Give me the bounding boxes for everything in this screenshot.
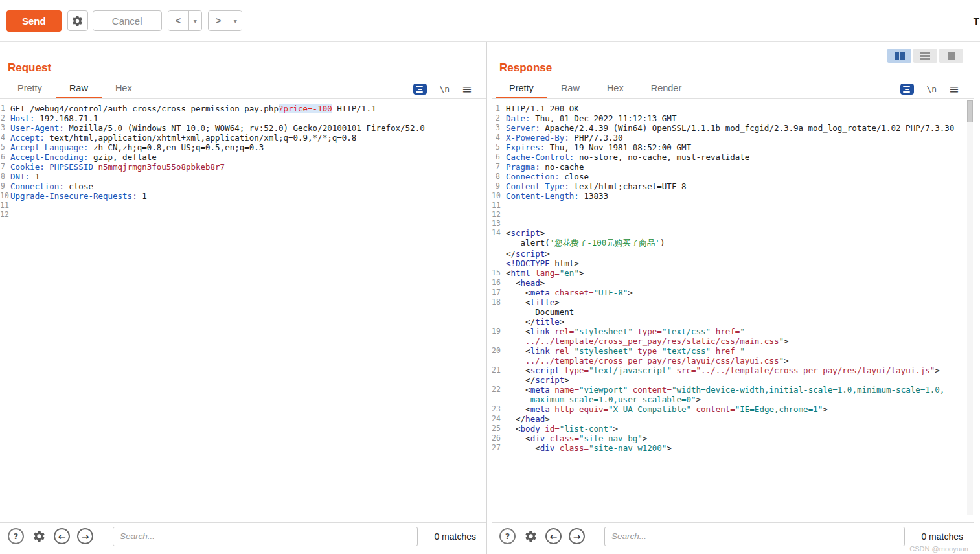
view-rows-button[interactable] [913, 49, 937, 63]
code-line: 7Pragma: no-cache [492, 162, 974, 172]
code-line: 17 <meta charset="UTF-8"> [492, 288, 974, 297]
response-editor-icons: \n ≡ [900, 80, 970, 98]
code-line: 24 </head> [492, 414, 974, 424]
code-line: 3Server: Apache/2.4.39 (Win64) OpenSSL/1… [492, 123, 974, 133]
prev-match-button[interactable]: ← [545, 528, 562, 544]
help-icon[interactable]: ? [499, 528, 516, 544]
code-line: 18 <title> [492, 297, 974, 307]
code-line: 9Content-Type: text/html;charset=UTF-8 [492, 181, 974, 191]
panel-splitter[interactable] [487, 42, 492, 554]
code-line: 12 [0, 210, 486, 219]
editor-menu-icon[interactable]: ≡ [949, 83, 959, 95]
code-line: 21 <script type="text/javascript" src=".… [492, 365, 974, 375]
arrow-right-icon: → [82, 531, 89, 542]
gear-icon [32, 529, 46, 543]
response-panel: Response Pretty Raw Hex Render \n ≡ 1HTT… [492, 42, 974, 554]
code-line: 8Connection: close [492, 172, 974, 181]
gear-icon [71, 15, 84, 27]
code-line: 25 <body id="list-cont"> [492, 424, 974, 433]
send-button[interactable]: Send [6, 10, 62, 32]
arrow-right-icon: → [573, 531, 581, 542]
tab-request-hex[interactable]: Hex [102, 80, 146, 98]
code-line: 20 <link rel="stylesheet" type="text/css… [492, 346, 974, 356]
code-line: 16 <head> [492, 278, 974, 288]
code-line: 15<html lang="en"> [492, 268, 974, 278]
forward-button[interactable]: > [209, 11, 229, 30]
request-settings-button[interactable] [67, 10, 88, 31]
view-single-button[interactable] [939, 49, 963, 63]
response-title: Response [499, 62, 552, 75]
response-scrollbar[interactable] [967, 100, 973, 515]
columns-icon [900, 52, 905, 60]
next-match-button[interactable]: → [569, 528, 585, 544]
request-editor[interactable]: 1GET /webug4/control/auth_cross/cross_pe… [0, 99, 486, 522]
repeater-panels: Request Pretty Raw Hex \n ≡ 1GET /webug4… [0, 41, 980, 554]
response-match-count: 0 matches [921, 531, 963, 542]
code-line: </title> [492, 317, 974, 327]
cancel-button[interactable]: Cancel [93, 10, 162, 31]
tab-request-pretty[interactable]: Pretty [4, 80, 56, 98]
back-button[interactable]: < [168, 11, 188, 30]
code-line: 1GET /webug4/control/auth_cross/cross_pe… [0, 104, 486, 113]
tab-response-hex[interactable]: Hex [593, 80, 637, 98]
help-icon[interactable]: ? [8, 528, 24, 544]
code-line: 27 <div class="site-nav w1200"> [492, 443, 974, 453]
response-editor[interactable]: 1HTTP/1.1 200 OK2Date: Thu, 01 Dec 2022 … [492, 99, 974, 522]
code-line: 7Cookie: PHPSESSID=n5mmqjrmgn3fou55o8pbk… [0, 162, 486, 172]
code-line: 23 <meta http-equiv="X-UA-Compatible" co… [492, 404, 974, 414]
back-history-dropdown[interactable]: ▾ [188, 11, 201, 30]
tab-response-pretty[interactable]: Pretty [496, 80, 547, 98]
code-line: 14<script> [492, 228, 974, 238]
show-newlines-icon[interactable]: \n [926, 84, 937, 94]
code-line: 13 [492, 219, 974, 228]
search-settings-button[interactable] [31, 529, 47, 544]
request-search-input[interactable] [113, 527, 418, 546]
code-line: maximum-scale=1.0,user-scalable=0"> [492, 395, 974, 404]
next-match-button[interactable]: → [77, 528, 93, 544]
code-line: 11 [492, 201, 974, 210]
code-line: 4X-Powered-By: PHP/7.3.30 [492, 133, 974, 143]
editor-menu-icon[interactable]: ≡ [462, 83, 472, 95]
code-line: 2Host: 192.168.71.1 [0, 113, 486, 123]
single-pane-icon [948, 52, 955, 60]
code-line: 26 <div class="site-nav-bg"> [492, 433, 974, 443]
code-line: 19 <link rel="stylesheet" type="text/css… [492, 327, 974, 336]
code-line: 10Upgrade-Insecure-Requests: 1 [0, 191, 486, 201]
repeater-toolbar: Send Cancel < ▾ > ▾ T [0, 0, 980, 41]
code-line: 22 <meta name="viewport" content="width=… [492, 385, 974, 395]
code-line: 11 [0, 201, 486, 210]
code-line: ../../template/cross_per_pay/res/layui/c… [492, 356, 974, 365]
response-search-bar: ? ← → 0 matches [492, 522, 974, 549]
pretty-print-icon[interactable] [413, 84, 427, 95]
view-columns-button[interactable] [887, 49, 911, 63]
scrollbar-thumb[interactable] [967, 100, 973, 122]
code-line: ../../template/cross_per_pay/res/static/… [492, 336, 974, 346]
request-tabs: Pretty Raw Hex \n ≡ [0, 80, 486, 99]
search-settings-button[interactable] [523, 529, 538, 544]
code-line: 6Accept-Encoding: gzip, deflate [0, 152, 486, 162]
tab-response-render[interactable]: Render [637, 80, 696, 98]
response-search-input[interactable] [604, 527, 905, 546]
tab-response-raw[interactable]: Raw [547, 80, 593, 98]
tab-request-raw[interactable]: Raw [56, 80, 102, 98]
code-line: alert('您花费了-100元购买了商品') [492, 238, 974, 249]
code-line: </script> [492, 375, 974, 385]
code-line: 5Expires: Thu, 19 Nov 1981 08:52:00 GMT [492, 143, 974, 152]
chevron-down-icon: ▾ [194, 17, 197, 25]
code-line: 10Content-Length: 13833 [492, 191, 974, 201]
rows-icon [920, 52, 930, 60]
watermark: CSDN @mooyuan [909, 545, 968, 553]
code-line: 12 [492, 210, 974, 219]
code-line: 6Cache-Control: no-store, no-cache, must… [492, 152, 974, 162]
show-newlines-icon[interactable]: \n [439, 84, 450, 94]
arrow-left-icon: ← [58, 531, 66, 542]
code-line: 2Date: Thu, 01 Dec 2022 11:12:13 GMT [492, 113, 974, 123]
target-label-partial: T [974, 16, 979, 27]
request-match-count: 0 matches [434, 531, 476, 542]
gear-icon [524, 529, 538, 543]
columns-icon [895, 52, 899, 60]
prev-match-button[interactable]: ← [54, 528, 70, 544]
forward-history-dropdown[interactable]: ▾ [229, 11, 242, 30]
code-line: 3User-Agent: Mozilla/5.0 (Windows NT 10.… [0, 123, 486, 133]
pretty-print-icon[interactable] [900, 84, 914, 95]
